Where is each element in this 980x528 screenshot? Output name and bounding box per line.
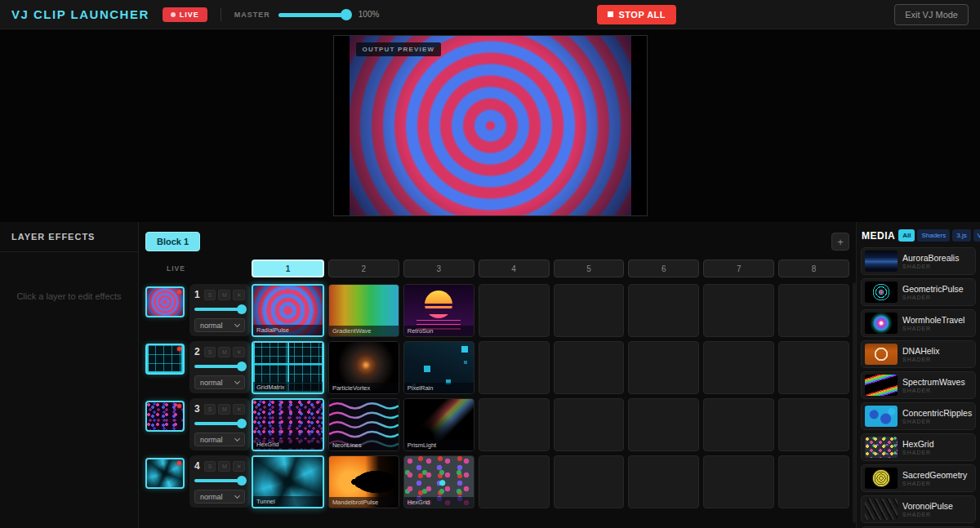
clip-pixelrain[interactable]: PixelRain xyxy=(403,341,474,394)
layer-1-thumbnail[interactable] xyxy=(145,286,185,317)
media-thumbnail xyxy=(865,313,898,334)
media-tab-video[interactable]: Video xyxy=(973,229,980,242)
clip-gridmatrix[interactable]: GridMatrix xyxy=(252,341,324,394)
clip-neonlines[interactable]: NeonLines xyxy=(328,398,399,451)
empty-clip-slot[interactable] xyxy=(479,341,550,394)
empty-clip-slot[interactable] xyxy=(778,284,849,337)
media-thumbnail xyxy=(865,344,898,365)
layer-2-thumbnail[interactable] xyxy=(145,344,185,375)
master-volume-slider[interactable] xyxy=(278,9,349,20)
column-button-2[interactable]: 2 xyxy=(328,260,399,277)
media-item-concentricripples[interactable]: ConcentricRipplesSHADER xyxy=(861,402,976,430)
empty-clip-slot[interactable] xyxy=(778,455,849,508)
media-item-spectrumwaves[interactable]: SpectrumWavesSHADER xyxy=(861,371,976,399)
empty-clip-slot[interactable] xyxy=(479,284,550,337)
column-button-4[interactable]: 4 xyxy=(479,260,550,277)
layer-blend-select[interactable]: normal xyxy=(194,433,245,446)
layer-blend-select[interactable]: normal xyxy=(194,318,245,332)
layer-opacity-slider[interactable] xyxy=(194,476,245,486)
empty-clip-slot[interactable] xyxy=(554,341,625,394)
empty-clip-slot[interactable] xyxy=(703,341,774,394)
clip-retrosun[interactable]: RetroSun xyxy=(403,284,474,337)
layer-clear-button[interactable]: ✕ xyxy=(233,290,245,300)
exit-vj-mode-button[interactable]: Exit VJ Mode xyxy=(894,4,969,25)
column-button-1[interactable]: 1 xyxy=(252,260,324,277)
empty-clip-slot[interactable] xyxy=(628,398,699,451)
layer-number: 2 xyxy=(194,346,200,357)
layer-clear-button[interactable]: ✕ xyxy=(233,347,245,357)
clip-tunnel[interactable]: Tunnel xyxy=(252,455,324,508)
block-tab[interactable]: Block 1 xyxy=(145,232,200,251)
layer-mute-button[interactable]: M xyxy=(218,461,230,472)
layer-3-thumbnail[interactable] xyxy=(145,401,185,432)
layer-solo-button[interactable]: S xyxy=(204,461,216,472)
master-volume-label: MASTER xyxy=(234,11,270,19)
live-dot-icon xyxy=(171,12,176,17)
output-preview-label: OUTPUT PREVIEW xyxy=(356,42,442,56)
media-item-voronoipulse[interactable]: VoronoiPulseSHADER xyxy=(861,495,976,523)
empty-clip-slot[interactable] xyxy=(778,398,849,451)
media-tab-all[interactable]: All xyxy=(898,229,915,242)
layer-clear-button[interactable]: ✕ xyxy=(233,461,245,472)
layer-4-thumbnail[interactable] xyxy=(145,458,185,489)
clip-prismlight[interactable]: PrismLight xyxy=(403,398,474,451)
empty-clip-slot[interactable] xyxy=(628,455,699,508)
media-item-hexgrid[interactable]: HexGridSHADER xyxy=(861,433,976,461)
add-block-button[interactable]: + xyxy=(831,233,849,251)
chevron-down-icon xyxy=(234,493,240,499)
empty-clip-slot[interactable] xyxy=(703,398,774,451)
layer-opacity-slider[interactable] xyxy=(194,419,245,428)
column-button-6[interactable]: 6 xyxy=(628,260,699,277)
clip-particlevortex[interactable]: ParticleVortex xyxy=(328,341,399,394)
layer-solo-button[interactable]: S xyxy=(204,290,216,300)
media-tab-shaders[interactable]: Shaders xyxy=(917,229,950,242)
layer-effects-empty-message: Click a layer to edit effects xyxy=(0,291,138,301)
layer-row-3: 3 S M ✕ normal HexGrid xyxy=(145,398,854,451)
layer-active-indicator xyxy=(177,290,181,294)
media-item-wormholetravel[interactable]: WormholeTravelSHADER xyxy=(861,309,976,337)
topbar-divider xyxy=(220,8,221,21)
column-button-5[interactable]: 5 xyxy=(554,260,625,277)
clip-hexgrid-dots[interactable]: HexGrid xyxy=(403,455,474,508)
layer-solo-button[interactable]: S xyxy=(204,347,216,357)
empty-clip-slot[interactable] xyxy=(628,341,699,394)
empty-clip-slot[interactable] xyxy=(479,455,550,508)
layer-opacity-slider[interactable] xyxy=(194,362,245,371)
layer-blend-select[interactable]: normal xyxy=(194,490,245,504)
clip-hexgrid[interactable]: HexGrid xyxy=(252,398,324,451)
empty-clip-slot[interactable] xyxy=(703,284,774,337)
media-item-geometricpulse[interactable]: GeometricPulseSHADER xyxy=(861,278,976,306)
empty-clip-slot[interactable] xyxy=(554,284,625,337)
layer-opacity-slider[interactable] xyxy=(194,304,245,314)
media-tab-3js[interactable]: 3.js xyxy=(952,229,970,242)
layer-active-indicator xyxy=(177,347,181,351)
media-item-dnahelix[interactable]: DNAHelixSHADER xyxy=(861,340,976,368)
layer-solo-button[interactable]: S xyxy=(204,404,216,415)
column-button-3[interactable]: 3 xyxy=(403,260,474,277)
empty-clip-slot[interactable] xyxy=(554,398,625,451)
layer-blend-select[interactable]: normal xyxy=(194,375,245,389)
layer-number: 4 xyxy=(194,460,200,472)
media-item-sacredgeometry[interactable]: SacredGeometrySHADER xyxy=(861,464,976,492)
live-status-badge: LIVE xyxy=(163,7,207,22)
layer-mute-button[interactable]: M xyxy=(218,404,230,415)
empty-clip-slot[interactable] xyxy=(778,341,849,394)
column-button-8[interactable]: 8 xyxy=(778,260,849,277)
stop-all-button[interactable]: STOP ALL xyxy=(597,5,676,24)
media-thumbnail xyxy=(865,468,898,489)
empty-clip-slot[interactable] xyxy=(479,398,550,451)
layer-mute-button[interactable]: M xyxy=(218,290,230,300)
layer-clear-button[interactable]: ✕ xyxy=(233,404,245,415)
column-button-7[interactable]: 7 xyxy=(703,260,774,277)
clip-gradientwave[interactable]: GradientWave xyxy=(328,284,399,337)
empty-clip-slot[interactable] xyxy=(554,455,625,508)
output-preview-box: OUTPUT PREVIEW xyxy=(333,35,648,216)
empty-clip-slot[interactable] xyxy=(703,455,774,508)
media-item-auroraborealis[interactable]: AuroraBorealisSHADER xyxy=(861,247,976,275)
deck-scrollbar[interactable] xyxy=(853,282,856,523)
layer-mute-button[interactable]: M xyxy=(218,347,230,357)
slider-thumb[interactable] xyxy=(341,9,352,20)
clip-mandelbrotpulse[interactable]: MandelbrotPulse xyxy=(328,455,399,508)
empty-clip-slot[interactable] xyxy=(628,284,699,337)
clip-radialpulse[interactable]: RadialPulse xyxy=(252,284,324,337)
